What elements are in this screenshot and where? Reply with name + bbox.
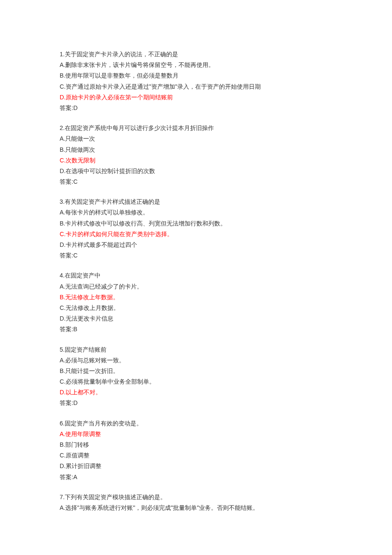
question-block: 6.固定资产当月有效的变动是。A.使用年限调整B.部门转移C.原值调整D.累计折… (60, 418, 332, 483)
option: A.只能做一次 (60, 133, 332, 144)
option: C.次数无限制 (60, 155, 332, 166)
option: A.无法查询已经减少了的卡片。 (60, 281, 332, 292)
option: C.原值调整 (60, 450, 332, 461)
option: C.必须将批量制单中业务全部制单。 (60, 376, 332, 387)
option: A.删除非末张卡片，该卡片编号将保留空号，不能再使用。 (60, 60, 332, 70)
option: A.选择"与账务系统进行对账"，则必须完成"批量制单"业务。否则不能结账。 (60, 503, 332, 513)
option: B.无法修改上年数据。 (60, 292, 332, 303)
option: D.原始卡片的录入必须在第一个期间结账前 (60, 92, 332, 103)
question-number: 2. (60, 124, 65, 131)
question-block: 7.下列有关固定资产模块描述正确的是。A.选择"与账务系统进行对账"，则必须完成… (60, 492, 332, 513)
question-number: 5. (60, 346, 65, 353)
question-block: 1.关于固定资产卡片录入的说法，不正确的是A.删除非末张卡片，该卡片编号将保留空… (60, 49, 332, 113)
question-number: 7. (60, 494, 65, 500)
answer-text: 答案:D (60, 398, 332, 408)
question-text: 6.固定资产当月有效的变动是。 (60, 418, 332, 429)
question-block: 2.在固定资产系统中每月可以进行多少次计提本月折旧操作A.只能做一次B.只能做两… (60, 123, 332, 187)
answer-text: 答案:C (60, 176, 332, 187)
option: A.使用年限调整 (60, 429, 332, 439)
question-stem: 在固定资产系统中每月可以进行多少次计提本月折旧操作 (65, 124, 214, 131)
question-text: 5.固定资产结账前 (60, 344, 332, 355)
question-text: 3.有关固定资产卡片样式描述正确的是 (60, 197, 332, 207)
option: C.资产通过原始卡片录入还是通过"资产增加"录入，在于资产的开始使用日期 (60, 81, 332, 92)
question-stem: 下列有关固定资产模块描述正确的是。 (65, 494, 166, 500)
option: B.部门转移 (60, 439, 332, 450)
questions-container: 1.关于固定资产卡片录入的说法，不正确的是A.删除非末张卡片，该卡片编号将保留空… (60, 49, 332, 513)
option: B.只能计提一次折旧。 (60, 366, 332, 376)
option: B.使用年限可以是非整数年，但必须是整数月 (60, 70, 332, 81)
option: D.卡片样式最多不能超过四个 (60, 240, 332, 250)
document-page: 1.关于固定资产卡片录入的说法，不正确的是A.删除非末张卡片，该卡片编号将保留空… (0, 0, 392, 555)
option: B.卡片样式修改中可以修改行高、列宽但无法增加行数和列数。 (60, 218, 332, 229)
question-block: 3.有关固定资产卡片样式描述正确的是A.每张卡片的样式可以单独修改。B.卡片样式… (60, 197, 332, 261)
question-stem: 有关固定资产卡片样式描述正确的是 (65, 198, 160, 205)
question-stem: 固定资产结账前 (65, 346, 107, 353)
question-number: 4. (60, 272, 65, 279)
question-text: 1.关于固定资产卡片录入的说法，不正确的是 (60, 49, 332, 60)
option: C.无法修改上月数据。 (60, 303, 332, 313)
question-stem: 在固定资产中 (65, 272, 101, 279)
option: A.每张卡片的样式可以单独修改。 (60, 207, 332, 218)
question-text: 7.下列有关固定资产模块描述正确的是。 (60, 492, 332, 503)
answer-text: 答案:B (60, 324, 332, 335)
option: B.只能做两次 (60, 145, 332, 155)
question-number: 3. (60, 198, 65, 205)
option: A.必须与总账对账一致。 (60, 355, 332, 366)
option: D.以上都不对。 (60, 387, 332, 398)
option: C.卡片的样式如何只能在资产类别中选择。 (60, 229, 332, 240)
question-number: 6. (60, 420, 65, 427)
question-text: 4.在固定资产中 (60, 270, 332, 281)
option: D.无法更改卡片信息 (60, 313, 332, 324)
question-stem: 关于固定资产卡片录入的说法，不正确的是 (65, 51, 178, 58)
question-number: 1. (60, 51, 65, 58)
question-block: 5.固定资产结账前A.必须与总账对账一致。B.只能计提一次折旧。C.必须将批量制… (60, 344, 332, 409)
question-block: 4.在固定资产中A.无法查询已经减少了的卡片。B.无法修改上年数据。C.无法修改… (60, 270, 332, 335)
question-text: 2.在固定资产系统中每月可以进行多少次计提本月折旧操作 (60, 123, 332, 133)
question-stem: 固定资产当月有效的变动是。 (65, 420, 142, 427)
answer-text: 答案:D (60, 103, 332, 113)
answer-text: 答案:A (60, 472, 332, 483)
answer-text: 答案:C (60, 250, 332, 261)
option: D.在选项中可以控制计提折旧的次数 (60, 166, 332, 176)
option: D.累计折旧调整 (60, 461, 332, 471)
